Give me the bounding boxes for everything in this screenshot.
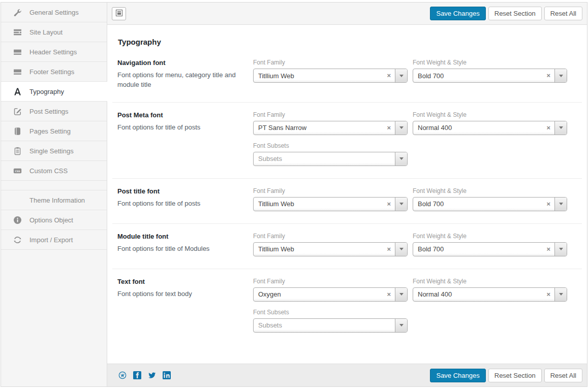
svg-text:CSS: CSS	[15, 170, 20, 172]
sidebar-item-custom-css[interactable]: CSSCustom CSS	[1, 161, 107, 181]
selected-value: Subsets	[254, 155, 395, 162]
wrench-icon	[13, 8, 22, 17]
chevron-down-icon[interactable]	[395, 152, 407, 166]
clear-selection-icon[interactable]: ×	[542, 198, 554, 211]
sidebar: General SettingsSite LayoutHeader Settin…	[1, 3, 107, 386]
chevron-down-icon[interactable]	[395, 198, 407, 211]
clear-selection-icon[interactable]: ×	[542, 243, 554, 256]
chevron-down-icon[interactable]	[395, 121, 407, 135]
sidebar-item-label: Pages Setting	[29, 127, 71, 135]
footer-icon	[13, 67, 22, 76]
sidebar-item-label: Single Settings	[29, 147, 74, 155]
info-icon	[13, 215, 22, 224]
selected-value: Oxygen	[254, 290, 383, 298]
font-family-select[interactable]: Titllium Web×	[253, 69, 408, 83]
selected-value: Subsets	[254, 321, 395, 329]
toggle-layout-button[interactable]	[112, 7, 126, 20]
font-weight-and-style-select[interactable]: Normal 400×	[413, 121, 567, 135]
facebook-icon[interactable]	[133, 371, 141, 379]
chevron-down-icon[interactable]	[554, 288, 567, 301]
field-label: Font Weight & Style	[413, 111, 567, 118]
section-info: Text fontFont options for text body	[117, 278, 253, 333]
sidebar-item-footer-settings[interactable]: Footer Settings	[1, 62, 107, 82]
clear-selection-icon[interactable]: ×	[383, 198, 395, 211]
sidebar-item-single-settings[interactable]: Single Settings	[1, 141, 107, 161]
header-icon	[13, 47, 22, 56]
sidebar-item-post-settings[interactable]: Post Settings	[1, 102, 107, 121]
chevron-down-icon[interactable]	[395, 243, 407, 256]
reset-section-button-bottom[interactable]: Reset Section	[488, 369, 542, 382]
sidebar-item-typography[interactable]: Typography	[1, 82, 107, 102]
save-changes-button-bottom[interactable]: Save Changes	[430, 369, 485, 382]
selected-value: Bold 700	[413, 200, 542, 208]
font-weight-and-style-select[interactable]: Bold 700×	[413, 242, 567, 256]
font-weight-and-style-select[interactable]: Bold 700×	[413, 197, 567, 211]
font-family-select[interactable]: Titllium Web×	[253, 242, 408, 256]
field-label: Font Weight & Style	[413, 278, 567, 285]
chevron-down-icon[interactable]	[395, 288, 407, 301]
clear-selection-icon[interactable]: ×	[383, 288, 395, 301]
chevron-down-icon[interactable]	[554, 121, 567, 135]
section-fields: Font FamilyTitllium Web×Font Weight & St…	[253, 233, 577, 256]
chevron-down-icon[interactable]	[554, 198, 567, 211]
css-icon: CSS	[13, 166, 22, 175]
sidebar-item-import-export[interactable]: Import / Export	[1, 230, 107, 250]
book-icon	[13, 126, 22, 136]
reset-all-button[interactable]: Reset All	[544, 7, 582, 20]
page-title: Typography	[118, 38, 587, 46]
sidebar-item-general-settings[interactable]: General Settings	[1, 3, 107, 22]
wordpress-icon[interactable]	[118, 371, 127, 379]
clear-selection-icon[interactable]: ×	[542, 288, 554, 301]
section-title: Post Meta font	[117, 111, 242, 119]
section-title: Text font	[117, 278, 242, 285]
social-links	[118, 371, 171, 379]
clear-selection-icon[interactable]: ×	[383, 243, 395, 256]
chevron-down-icon[interactable]	[395, 319, 407, 332]
font-weight-and-style-field: Font Weight & StyleNormal 400×	[413, 111, 567, 135]
site-layout-icon	[13, 27, 22, 37]
section-fields: Font FamilyOxygen×Font Weight & StyleNor…	[253, 278, 577, 333]
reset-all-button-bottom[interactable]: Reset All	[544, 369, 582, 382]
font-family-select[interactable]: PT Sans Narrow×	[253, 121, 408, 135]
field-label: Font Subsets	[253, 142, 408, 149]
clear-selection-icon[interactable]: ×	[383, 121, 395, 135]
toolbar-top: Save Changes Reset Section Reset All	[107, 3, 587, 25]
font-subsets-field: Font SubsetsSubsets	[253, 309, 408, 333]
module-title-font-section: Module title fontFont options for title …	[112, 223, 582, 269]
chevron-down-icon[interactable]	[554, 69, 567, 82]
typography-icon	[13, 87, 22, 96]
section-fields: Font FamilyTitllium Web×Font Weight & St…	[253, 59, 577, 90]
sidebar-item-pages-setting[interactable]: Pages Setting	[1, 121, 107, 141]
section-fields: Font FamilyTitllium Web×Font Weight & St…	[253, 187, 577, 211]
chevron-down-icon[interactable]	[554, 243, 567, 256]
sidebar-item-options-object[interactable]: Options Object	[1, 210, 107, 230]
font-family-select[interactable]: Titllium Web×	[253, 197, 408, 211]
sidebar-item-label: Typography	[29, 88, 64, 95]
chevron-down-icon[interactable]	[395, 69, 407, 82]
field-label: Font Family	[253, 59, 408, 66]
font-subsets-field: Font SubsetsSubsets	[253, 142, 408, 166]
field-label: Font Weight & Style	[413, 233, 567, 240]
linkedin-icon[interactable]	[163, 371, 171, 379]
field-label: Font Family	[253, 111, 408, 118]
clear-selection-icon[interactable]: ×	[542, 121, 554, 135]
font-weight-and-style-select[interactable]: Bold 700×	[413, 69, 567, 83]
toolbar-top-buttons: Save Changes Reset Section Reset All	[430, 7, 582, 20]
clear-selection-icon[interactable]: ×	[383, 69, 395, 82]
sidebar-item-header-settings[interactable]: Header Settings	[1, 42, 107, 62]
sidebar-item-site-layout[interactable]: Site Layout	[1, 22, 107, 42]
field-label: Font Weight & Style	[413, 187, 567, 194]
reset-section-button[interactable]: Reset Section	[488, 7, 542, 20]
section-fields: Font FamilyPT Sans Narrow×Font Weight & …	[253, 111, 577, 166]
field-label: Font Weight & Style	[413, 59, 567, 66]
clear-selection-icon[interactable]: ×	[542, 69, 554, 82]
font-weight-and-style-select[interactable]: Normal 400×	[413, 287, 567, 302]
font-subsets-select[interactable]: Subsets	[253, 152, 408, 166]
save-changes-button[interactable]: Save Changes	[430, 7, 485, 20]
font-subsets-select[interactable]: Subsets	[253, 318, 408, 333]
twitter-icon[interactable]	[148, 371, 156, 379]
font-family-select[interactable]: Oxygen×	[253, 287, 408, 302]
section-description: Font options for menu, category title an…	[117, 71, 242, 90]
selected-value: Normal 400	[413, 290, 542, 298]
sidebar-item-theme-information[interactable]: Theme Information	[1, 190, 107, 210]
